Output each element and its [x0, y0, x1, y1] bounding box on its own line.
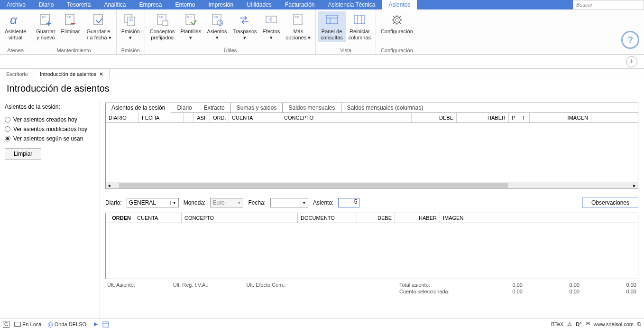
col-ord[interactable]: ORD. [210, 113, 229, 122]
d-icon[interactable]: D° [576, 321, 581, 327]
col-haber2[interactable]: HABER [395, 213, 440, 223]
menu-asientos[interactable]: Asientos [382, 0, 417, 9]
asiento-input[interactable]: 5 [338, 198, 359, 207]
svg-rect-15 [162, 21, 168, 26]
search-input[interactable]: Buscar [573, 0, 644, 9]
add-row: + [0, 55, 644, 69]
tab-introduccion-asientos[interactable]: Introducción de asientos ✕ [34, 69, 110, 79]
group-label: Atenea [2, 47, 29, 54]
value: Euro [212, 199, 224, 206]
subtab-saldos-mes[interactable]: Saldos mensuales [283, 103, 341, 113]
btex-label[interactable]: BTeX [551, 321, 563, 327]
traspasos-button[interactable]: Traspasos ▾ [230, 11, 260, 42]
group-label: Configuración [378, 47, 416, 54]
moneda-combo[interactable]: Euro▼ [210, 198, 243, 207]
col-cuenta[interactable]: CUENTA [229, 113, 281, 122]
scroll-thumb[interactable] [119, 183, 508, 188]
mail-icon[interactable]: ✉ [586, 321, 590, 327]
menu-utilidades[interactable]: Utilidades [240, 0, 278, 9]
warning-icon[interactable]: ⚠ [567, 321, 572, 327]
guardar-ir-fecha-button[interactable]: Guardar e ir a fecha ▾ [83, 11, 114, 42]
subtab-sumas[interactable]: Sumas y saldos [231, 103, 283, 113]
subtab-saldos-col[interactable]: Saldos mensuales (columnas) [341, 103, 429, 113]
subtab-sesion[interactable]: Asientos de la sesión [106, 103, 171, 113]
radio-creados-hoy[interactable]: Ver asientos creados hoy [5, 115, 94, 124]
window-icon[interactable]: ⧉ [637, 321, 641, 327]
col-blank[interactable] [184, 113, 193, 122]
asistente-virtual-button[interactable]: α Asistente virtual [2, 11, 29, 42]
col-documento[interactable]: DOCUMENTO [298, 213, 357, 223]
plantillas-button[interactable]: D H Plantillas ▾ [177, 11, 204, 42]
col-p[interactable]: P [509, 113, 519, 122]
limpiar-button[interactable]: Limpiar [5, 148, 41, 160]
efectos-button[interactable]: € Efectos ▾ [260, 11, 283, 42]
eliminar-button[interactable]: D H Eliminar [58, 11, 83, 36]
menu-archivo[interactable]: Archivo [0, 0, 32, 9]
label: Plantillas ▾ [180, 28, 201, 41]
grid-body[interactable] [106, 123, 638, 182]
tab-label: Escritorio [6, 71, 28, 77]
add-button[interactable]: + [626, 56, 637, 67]
footer-info: Ult. Asiento: Ult. Reg. I.V.A.: Ult. Efe… [105, 279, 638, 297]
menu-entorno[interactable]: Entorno [168, 0, 202, 9]
menu-tesoreria[interactable]: Tesorería [60, 0, 97, 9]
grid2-body[interactable] [106, 223, 638, 279]
close-icon[interactable]: ✕ [99, 71, 103, 77]
radio-modificados-hoy[interactable]: Ver asientos modificados hoy [5, 124, 94, 134]
effects-icon: € [264, 12, 279, 28]
url-label[interactable]: www.sdelsol.com [594, 321, 634, 327]
menu-empresa[interactable]: Empresa [132, 0, 168, 9]
menu-asistencia[interactable]: Asistencia Técnica [322, 0, 382, 9]
reset-cols-icon [352, 12, 367, 28]
col-orden[interactable]: ORDEN [106, 213, 134, 223]
observaciones-button[interactable]: Observaciones [582, 197, 638, 208]
configuracion-button[interactable]: Configuración [378, 11, 416, 36]
radio-segun-usan[interactable]: Ver asientos según se usan [5, 134, 94, 143]
col-cuenta2[interactable]: CUENTA [134, 213, 182, 223]
panel-consultas-button[interactable]: Panel de consultas [318, 11, 345, 42]
emision-button[interactable]: Emisión ▾ [119, 11, 143, 42]
menu-diario[interactable]: Diario [32, 0, 60, 9]
ribbon: α Asistente virtual Atenea D H Guardar y… [0, 9, 644, 55]
local-indicator[interactable]: En Local [14, 321, 43, 327]
col-imagen2[interactable]: IMAGEN [440, 213, 638, 223]
col-t[interactable]: T [519, 113, 530, 122]
guardar-nuevo-button[interactable]: D H Guardar y nuevo [33, 11, 58, 42]
menu-facturacion[interactable]: Facturación [278, 0, 322, 9]
fecha-combo[interactable]: ▼ [270, 198, 308, 207]
col-haber[interactable]: HABER [457, 113, 509, 122]
scroll-right-icon[interactable]: ► [631, 183, 638, 188]
play-icon[interactable]: ▶ [94, 321, 98, 327]
diario-combo[interactable]: GENERAL▼ [127, 198, 179, 207]
conceptos-button[interactable]: D H Conceptos prefijados [147, 11, 178, 42]
col-debe[interactable]: DEBE [412, 113, 457, 122]
svg-rect-10 [128, 17, 135, 26]
scroll-left-icon[interactable]: ◄ [106, 183, 112, 188]
subtab-diario[interactable]: Diario [171, 103, 198, 113]
col-asi[interactable]: ASI. [193, 113, 210, 122]
label: En Local [22, 321, 43, 327]
col-fecha[interactable]: FECHA [139, 113, 184, 122]
ult-efecto: Ult. Efecto Com.: [247, 282, 286, 294]
menu-impresion[interactable]: Impresión [202, 0, 240, 9]
col-imagen[interactable]: IMAGEN [530, 113, 591, 122]
calendar-icon[interactable] [102, 321, 109, 328]
help-icon[interactable]: ? [621, 31, 639, 49]
col-concepto2[interactable]: CONCEPTO [182, 213, 298, 223]
reiniciar-columnas-button[interactable]: Reiniciar columnas [346, 11, 374, 42]
tab-escritorio[interactable]: Escritorio [0, 69, 34, 79]
mas-opciones-button[interactable]: D H Más opciones ▾ [283, 11, 313, 42]
asientos-ribbon-button[interactable]: D H Asientos ▾ [204, 11, 230, 42]
col-debe2[interactable]: DEBE [357, 213, 395, 223]
onda-delsol[interactable]: ◎Onda DELSOL [47, 320, 89, 328]
col-diario[interactable]: DIARIO [106, 113, 139, 122]
svg-point-31 [394, 17, 400, 23]
menu-analitica[interactable]: Analítica [97, 0, 132, 9]
subtab-extracto[interactable]: Extracto [198, 103, 231, 113]
col-concepto[interactable]: CONCEPTO [281, 113, 412, 122]
grid-header: DIARIO FECHA ASI. ORD. CUENTA CONCEPTO D… [106, 113, 638, 123]
c-box-icon[interactable]: C [3, 321, 9, 328]
h-scrollbar[interactable]: ◄ ► [106, 182, 638, 188]
work-area: Asientos de la sesión Diario Extracto Su… [100, 100, 644, 319]
label: Asientos ▾ [207, 28, 227, 41]
